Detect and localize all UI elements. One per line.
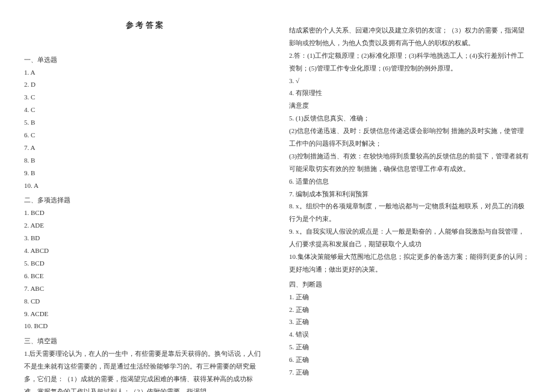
answer-q7: 7. 编制成本预算和利润预算 — [289, 188, 530, 201]
answer-item: 8. CD — [24, 295, 265, 308]
judge-item: 3. 正确 — [289, 316, 530, 328]
section-single-choice: 一、单选题 — [24, 54, 265, 66]
judge-item: 1. 正确 — [289, 291, 530, 303]
answer-item: 4. C — [24, 104, 265, 116]
answer-item: 10. A — [24, 179, 265, 192]
answer-q5c: (3)控制措施适当、有效：在较快地得到质量较高的反馈信息的前提下，管理者就有可能… — [289, 150, 530, 175]
answer-q6: 6. 适量的信息 — [289, 175, 530, 188]
answer-item: 4. ABCD — [24, 244, 265, 257]
answer-item: 3. BD — [24, 232, 265, 244]
judge-item: 7. 正确 — [289, 366, 530, 379]
right-column: 结成紧密的个人关系、回避冲突以及建立亲切的友谊；（3）权力的需要，指渴望影响或控… — [289, 18, 530, 374]
section-judge: 四、判断题 — [289, 278, 530, 291]
answer-item: 9. ACDE — [24, 308, 265, 320]
answer-item: 6. BCE — [24, 270, 265, 282]
left-column: 参 考 答 案 一、单选题 1. A 2. D 3. C 4. C 5. B 6… — [24, 18, 265, 374]
answer-item: 10. BCD — [24, 320, 265, 332]
answer-item: 8. B — [24, 154, 265, 167]
answer-item: 2. D — [24, 78, 265, 91]
fill-paragraph: 1.后天需要理论认为，在人的一生中，有些需要是靠后天获得的。换句话说，人们不是生… — [24, 347, 265, 392]
section-multi-choice: 二、多项选择题 — [24, 194, 265, 207]
answer-item: 9. B — [24, 167, 265, 179]
answer-q4a: 4. 有限理性 — [289, 87, 530, 99]
judge-item: 2. 正确 — [289, 303, 530, 316]
answer-item: 1. BCD — [24, 207, 265, 219]
judge-item: 6. 正确 — [289, 353, 530, 366]
answer-q2: 2.答：(1)工作定额原理；(2)标准化原理；(3)科学地挑选工人；(4)实行差… — [289, 49, 530, 75]
answer-item: 6. C — [24, 129, 265, 142]
answer-q5a: 5. (1)反馈信息真实、准确； — [289, 112, 530, 125]
answer-q8: 8. x。组织中的各项规章制度，一般地说都与一定物质利益相联系，对员工的消极行为… — [289, 200, 530, 225]
judge-item: 5. 正确 — [289, 341, 530, 353]
page-title: 参 考 答 案 — [24, 18, 265, 33]
answer-item: 7. ABC — [24, 282, 265, 295]
answer-q3: 3. √ — [289, 75, 530, 87]
answer-item: 5. B — [24, 116, 265, 129]
section-fill-blank: 三、填空题 — [24, 335, 265, 347]
answer-q4b: 满意度 — [289, 99, 530, 112]
answer-q5b: (2)信息传递迅速、及时：反馈信息传递迟缓会影响控制 措施的及时实施，使管理工作… — [289, 125, 530, 150]
answer-q9: 9. x。自我实现人假设的观点是：人一般是勤奋的，人能够自我激励与自我管理，人们… — [289, 225, 530, 250]
fill-continuation: 结成紧密的个人关系、回避冲突以及建立亲切的友谊；（3）权力的需要，指渴望影响或控… — [289, 24, 530, 49]
answer-item: 2. ADE — [24, 219, 265, 232]
answer-q10: 10.集体决策能够最大范围地汇总信息；拟定更多的备选方案；能得到更多的认同；更好… — [289, 250, 530, 276]
answer-item: 7. A — [24, 142, 265, 154]
answer-item: 1. A — [24, 66, 265, 79]
judge-item: 4. 错误 — [289, 328, 530, 341]
answer-item: 3. C — [24, 91, 265, 104]
answer-item: 5. BCD — [24, 257, 265, 270]
